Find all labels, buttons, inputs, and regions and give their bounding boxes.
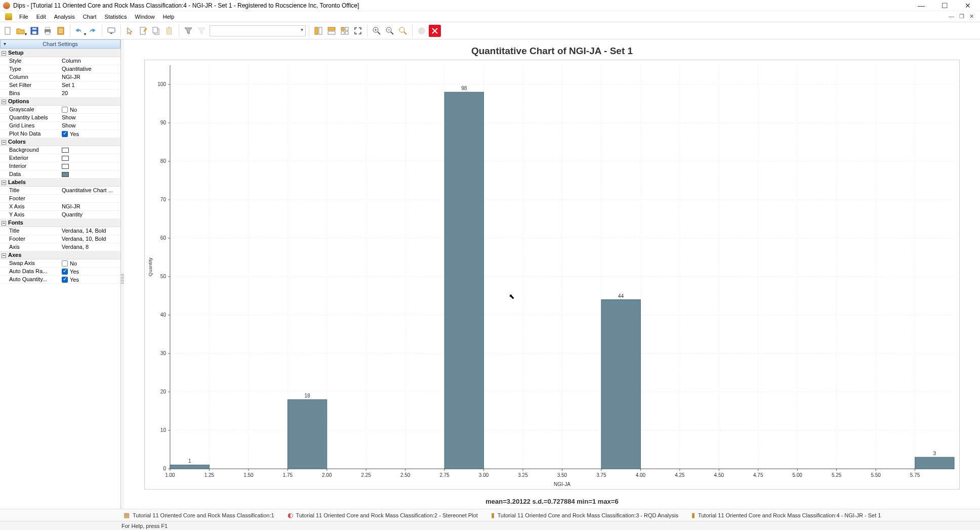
property-grid[interactable]: −Setup StyleColumn TypeQuantitative Colu… — [0, 49, 120, 509]
tab-3[interactable]: ▮Tutorial 11 Oriented Core and Rock Mass… — [489, 509, 680, 521]
prop-swap-v[interactable]: No — [60, 259, 120, 267]
svg-rect-21 — [328, 31, 335, 34]
prop-aq-v[interactable]: Yes — [60, 275, 120, 283]
print-button[interactable] — [42, 25, 54, 37]
sidebar-header[interactable]: ▾ Chart Settings — [0, 39, 120, 49]
svg-text:2.75: 2.75 — [439, 472, 450, 478]
prop-style-v[interactable]: Column — [60, 57, 120, 65]
open-button[interactable]: ▾ — [15, 25, 27, 37]
filter-button[interactable] — [182, 25, 194, 37]
chart-footer: mean=3.20122 s.d.=0.727884 min=1 max=6 — [124, 498, 980, 505]
mdi-minimize-button[interactable]: — — [948, 13, 955, 20]
collapse-toggle-icon[interactable]: − — [2, 253, 6, 258]
prop-ext-v[interactable] — [60, 154, 120, 162]
close-view-button[interactable] — [429, 25, 441, 37]
prop-setfilter-v[interactable]: Set 1 — [60, 81, 120, 89]
menu-edit[interactable]: Edit — [32, 13, 50, 21]
svg-text:NGI-JA: NGI-JA — [554, 481, 570, 487]
prop-footer-v[interactable] — [60, 194, 120, 202]
prop-ft-title-v[interactable]: Verdana, 14, Bold — [60, 227, 120, 235]
chart-canvas[interactable]: 01020304050607080901001.001.251.501.752.… — [144, 60, 960, 490]
cat-colors: Colors — [8, 139, 26, 145]
tab-1[interactable]: ▦Tutorial 11 Oriented Core and Rock Mass… — [121, 509, 276, 521]
filter-combo[interactable] — [210, 25, 306, 36]
svg-text:0: 0 — [163, 466, 166, 471]
svg-text:60: 60 — [160, 235, 167, 241]
filter-clear-button[interactable] — [195, 25, 208, 37]
sidebar-header-label: Chart Settings — [43, 41, 78, 47]
new-button[interactable] — [2, 25, 14, 37]
prop-int-v[interactable] — [60, 162, 120, 170]
mdi-close-button[interactable]: ✕ — [968, 13, 975, 20]
cat-fonts: Fonts — [8, 219, 23, 226]
tab-4[interactable]: ▮Tutorial 11 Oriented Core and Rock Mass… — [689, 509, 883, 521]
prop-yaxis-v[interactable]: Quantity — [60, 210, 120, 218]
undo-button[interactable]: ▾ — [73, 25, 86, 37]
page-edit-button[interactable] — [137, 25, 149, 37]
color-swatch — [62, 156, 69, 161]
prop-data-v[interactable] — [60, 170, 120, 178]
mdi-restore-button[interactable]: ❐ — [958, 13, 965, 20]
menu-statistics[interactable]: Statistics — [101, 13, 131, 21]
svg-rect-141 — [601, 300, 640, 469]
prop-adr-v[interactable]: Yes — [60, 267, 120, 275]
monitor-button[interactable] — [105, 25, 117, 37]
svg-rect-137 — [288, 400, 326, 469]
collapse-toggle-icon[interactable]: − — [2, 140, 6, 145]
layout-2-button[interactable] — [325, 25, 338, 37]
collapse-toggle-icon[interactable]: − — [2, 51, 6, 56]
doc-icon — [5, 13, 12, 20]
svg-text:1: 1 — [188, 458, 191, 464]
prop-qlabels-v[interactable]: Show — [60, 113, 120, 121]
prop-bins-v[interactable]: 20 — [60, 89, 120, 97]
checkbox-icon — [62, 260, 68, 267]
prop-bg-k: Background — [0, 146, 60, 154]
prop-xaxis-v[interactable]: NGI-JR — [60, 202, 120, 210]
close-button[interactable]: ✕ — [959, 0, 977, 11]
fit-button[interactable] — [352, 25, 364, 37]
prop-type-v[interactable]: Quantitative — [60, 65, 120, 73]
prop-grayscale-v[interactable]: No — [60, 105, 120, 113]
prop-title-v[interactable]: Quantitative Chart ... — [60, 186, 120, 194]
cat-setup: Setup — [8, 50, 24, 56]
svg-text:1.75: 1.75 — [283, 472, 293, 478]
cat-axes: Axes — [8, 252, 21, 258]
menu-file[interactable]: File — [15, 13, 32, 21]
collapse-toggle-icon[interactable]: − — [2, 100, 6, 104]
zoom-out-button[interactable] — [384, 25, 396, 37]
globe-button[interactable] — [416, 25, 428, 37]
collapse-toggle-icon[interactable]: − — [2, 181, 6, 185]
prop-bg-v[interactable] — [60, 146, 120, 154]
document-button[interactable] — [55, 25, 67, 37]
prop-ft-footer-v[interactable]: Verdana, 10, Bold — [60, 235, 120, 243]
prop-ft-axis-v[interactable]: Verdana, 8 — [60, 243, 120, 251]
collapse-toggle-icon[interactable]: − — [2, 221, 6, 226]
maximize-button[interactable]: ☐ — [935, 0, 954, 11]
chart-title: Quantitative Chart of NGI-JA - Set 1 — [124, 46, 980, 57]
menu-help[interactable]: Help — [159, 13, 179, 21]
zoom-tool-button[interactable] — [397, 25, 409, 37]
paste-button[interactable] — [164, 25, 176, 37]
menu-analysis[interactable]: Analysis — [50, 13, 79, 21]
menu-chart[interactable]: Chart — [79, 13, 101, 21]
layout-3-button[interactable] — [339, 25, 351, 37]
svg-text:30: 30 — [160, 350, 167, 356]
svg-line-34 — [404, 32, 406, 34]
tab-2[interactable]: ◐Tutorial 11 Oriented Core and Rock Mass… — [285, 509, 480, 521]
menu-window[interactable]: Window — [131, 13, 159, 21]
prop-column-v[interactable]: NGI-JR — [60, 73, 120, 81]
minimize-button[interactable]: — — [912, 0, 930, 11]
status-text: For Help, press F1 — [121, 523, 168, 529]
copy-button[interactable] — [150, 25, 162, 37]
prop-grid-v[interactable]: Show — [60, 121, 120, 129]
prop-pnd-v[interactable]: Yes — [60, 129, 120, 138]
layout-1-button[interactable] — [312, 25, 324, 37]
pointer-button[interactable] — [124, 25, 136, 37]
zoom-in-button[interactable] — [371, 25, 383, 37]
svg-rect-12 — [110, 33, 112, 34]
redo-button[interactable] — [87, 25, 99, 37]
prop-column-k: Column — [0, 73, 60, 81]
svg-text:80: 80 — [160, 158, 167, 164]
save-button[interactable] — [28, 25, 40, 37]
svg-rect-24 — [341, 31, 344, 34]
